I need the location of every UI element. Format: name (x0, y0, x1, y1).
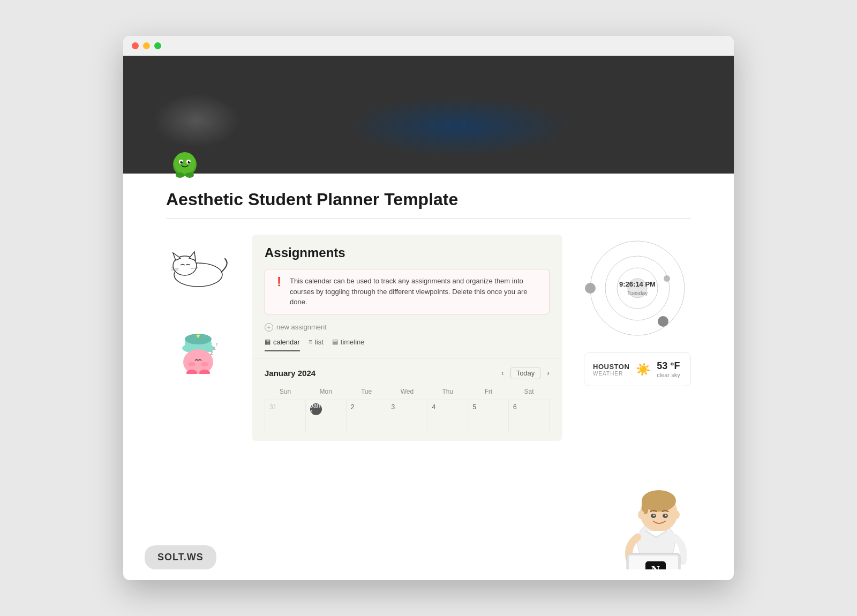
svg-rect-16 (222, 160, 224, 162)
calendar-grid: Sun Mon Tue Wed Thu Fri Sat (265, 386, 550, 432)
svg-point-26 (181, 161, 183, 164)
day-header-wed: Wed (387, 386, 427, 400)
calendar-cell-jan4[interactable]: 4 (427, 400, 468, 432)
svg-point-57 (664, 275, 670, 282)
tab-list-label: list (315, 338, 324, 346)
weather-widget: HOUSTON WEATHER ☀️ 53 °F clear sky (584, 352, 691, 386)
svg-point-64 (638, 510, 644, 519)
svg-point-14 (439, 128, 503, 139)
calendar-cell[interactable]: 31 (265, 400, 306, 432)
day-header-tue: Tue (346, 386, 387, 400)
cat-illustration (169, 251, 228, 288)
view-tabs: ▦ calendar ≡ list ▤ timeline (252, 338, 562, 358)
svg-point-55 (585, 283, 596, 294)
clock-svg: 9:26:14 PM Tuesday (584, 235, 691, 342)
day-header-sun: Sun (265, 386, 306, 400)
svg-text:N: N (651, 563, 660, 569)
minimize-button[interactable] (143, 42, 150, 49)
calendar-cell-jan5[interactable]: 5 (468, 400, 509, 432)
svg-point-44 (188, 362, 196, 366)
svg-rect-7 (605, 56, 734, 104)
calendar-header-row: Sun Mon Tue Wed Thu Fri Sat (265, 386, 550, 400)
weather-city: HOUSTON (593, 363, 629, 371)
right-widgets: 9:26:14 PM Tuesday HOUSTON WEATHER ☀️ 53… (584, 235, 691, 386)
plus-icon: + (265, 323, 273, 332)
cover-image (123, 56, 734, 174)
tab-list[interactable]: ≡ list (309, 338, 324, 351)
weather-temp-area: 53 °F clear sky (657, 360, 680, 378)
kirby-illustration: z z z (171, 331, 225, 374)
fullscreen-button[interactable] (154, 42, 161, 49)
svg-point-4 (158, 104, 217, 141)
main-content: z z z Assignments ❗ This calendar can be… (166, 235, 691, 441)
calendar-nav-controls: ‹ Today › (501, 367, 550, 379)
day-header-mon: Mon (305, 386, 346, 400)
calendar-icon: ▦ (265, 338, 270, 345)
day-header-thu: Thu (427, 386, 468, 400)
svg-point-45 (201, 362, 208, 366)
svg-point-65 (673, 510, 680, 519)
person-illustration: N (605, 473, 712, 569)
svg-point-31 (185, 172, 194, 178)
svg-rect-18 (230, 149, 232, 151)
brand-badge: SOLT.WS (145, 545, 216, 569)
weather-description: clear sky (657, 372, 680, 378)
new-assignment-button[interactable]: + new assignment (252, 323, 562, 338)
svg-point-13 (375, 120, 461, 136)
brand-text: SOLT.WS (157, 552, 204, 562)
svg-text:9:26:14 PM: 9:26:14 PM (619, 280, 656, 288)
assignments-block: Assignments ❗ This calendar can be used … (252, 235, 562, 441)
svg-text:z: z (213, 345, 216, 351)
tab-timeline-label: timeline (341, 338, 365, 346)
svg-point-12 (676, 56, 700, 71)
assignments-title: Assignments (265, 245, 550, 260)
title-bar (123, 36, 734, 56)
svg-point-2 (295, 107, 595, 155)
day-header-sat: Sat (509, 386, 550, 400)
svg-point-30 (176, 172, 184, 178)
svg-rect-9 (150, 66, 154, 99)
svg-text:z: z (216, 342, 218, 346)
sun-icon: ☀️ (636, 363, 650, 377)
close-button[interactable] (132, 42, 139, 49)
new-assignment-label: new assignment (276, 323, 327, 331)
svg-point-56 (658, 316, 668, 327)
calendar-section: January 2024 ‹ Today › Sun Mon Tu (252, 358, 562, 441)
info-text: This calendar can be used to track any a… (290, 276, 540, 307)
weather-location: HOUSTON WEATHER (593, 363, 629, 377)
calendar-cell-jan1[interactable]: Jan 1 (305, 400, 346, 432)
bottom-bar: SOLT.WS (123, 462, 734, 580)
svg-rect-0 (123, 56, 734, 174)
calendar-month-label: January 2024 (265, 369, 315, 378)
calendar-cell-jan3[interactable]: 3 (387, 400, 427, 432)
calendar-week-1: 31 Jan 1 2 3 (265, 400, 550, 432)
character-avatar (166, 144, 204, 182)
svg-point-68 (653, 514, 655, 516)
clock-widget: 9:26:14 PM Tuesday (584, 235, 691, 342)
assignments-header: Assignments (252, 235, 562, 269)
svg-rect-5 (123, 56, 230, 109)
svg-rect-19 (443, 112, 446, 128)
browser-window: Aesthetic Student Planner Template (123, 36, 734, 580)
today-button[interactable]: Today (510, 367, 541, 379)
svg-point-23 (174, 152, 196, 174)
calendar-cell-jan6[interactable]: 6 (509, 400, 550, 432)
calendar-cell-jan2[interactable]: 2 (346, 400, 387, 432)
weather-label: WEATHER (593, 371, 629, 377)
svg-point-28 (182, 161, 183, 162)
svg-rect-8 (632, 56, 734, 93)
left-decorations: z z z (166, 235, 230, 374)
svg-point-10 (139, 56, 166, 77)
tab-calendar[interactable]: ▦ calendar (265, 338, 300, 351)
svg-point-1 (273, 99, 616, 163)
title-divider (166, 218, 691, 219)
svg-point-15 (391, 129, 498, 148)
tab-timeline[interactable]: ▤ timeline (332, 338, 365, 351)
page-title: Aesthetic Student Planner Template (166, 174, 691, 218)
svg-text:Tuesday: Tuesday (627, 290, 648, 296)
tab-calendar-label: calendar (273, 338, 300, 346)
svg-rect-11 (686, 61, 690, 99)
prev-month-button[interactable]: ‹ (501, 369, 504, 377)
svg-point-43 (183, 349, 213, 374)
next-month-button[interactable]: › (547, 369, 550, 377)
